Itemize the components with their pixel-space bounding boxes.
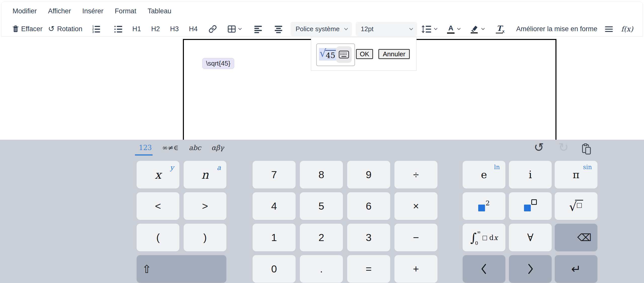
key-decimal[interactable]: . (300, 255, 343, 283)
key-backspace[interactable]: ⌫ (555, 224, 597, 251)
heading2-button[interactable]: H2 (151, 22, 160, 36)
svg-text:1: 1 (92, 25, 94, 28)
clear-formatting-button[interactable]: T x (496, 22, 505, 36)
key-squared[interactable]: 2 (463, 192, 505, 220)
paste-icon (582, 143, 591, 155)
menu-modifier[interactable]: Modifier (13, 7, 37, 15)
clear-formatting-icon: T (496, 25, 503, 34)
tab-letters[interactable]: abc (189, 144, 201, 156)
key-open-paren[interactable]: ( (137, 224, 179, 251)
key-pi-sin[interactable]: πsin (555, 161, 597, 188)
formula-math-field[interactable]: √ 45 (319, 48, 337, 61)
key-6[interactable]: 6 (347, 192, 390, 220)
key-i[interactable]: i (509, 161, 552, 188)
key-n-pow-a[interactable]: na (184, 161, 226, 188)
editor-toolbar: Modifier Afficher Insérer Format Tableau… (1, 2, 643, 36)
key-multiply[interactable]: × (394, 192, 437, 220)
heading2-label: H2 (151, 25, 160, 33)
math-keyboard-panel: 123∞≠∈abcαβγ ↺ ↻ xyna<>()⇧789÷456×123−0.… (0, 140, 644, 283)
align-center-icon (274, 25, 283, 33)
keyboard-icon (339, 51, 349, 59)
latex-formula-chip[interactable]: \sqrt{45} (202, 58, 234, 69)
key-sqrt[interactable]: √□ (555, 192, 597, 220)
tab-numeric[interactable]: 123 (139, 144, 152, 156)
menu-toggle-button[interactable] (605, 22, 613, 36)
tab-symbols[interactable]: ∞≠∈ (162, 144, 179, 156)
paste-button[interactable] (582, 143, 591, 155)
menu-afficher[interactable]: Afficher (48, 7, 71, 15)
trash-icon (13, 25, 19, 33)
key-enter[interactable]: ↵ (555, 255, 597, 283)
tab-greek[interactable]: αβγ (211, 144, 224, 156)
rotation-label: Rotation (57, 25, 83, 33)
chevron-down-icon (238, 28, 242, 30)
key-divide[interactable]: ÷ (394, 161, 437, 188)
svg-text:2: 2 (92, 28, 94, 31)
text-color-button[interactable]: A (447, 22, 461, 36)
key-0[interactable]: 0 (253, 255, 296, 283)
align-left-button[interactable] (254, 22, 262, 36)
undo-icon[interactable]: ↺ (534, 141, 544, 153)
chevron-down-icon (409, 28, 413, 30)
key-x-pow-y[interactable]: xy (137, 161, 179, 188)
key-forall[interactable]: ∀ (509, 224, 552, 251)
font-family-select[interactable]: Police système (291, 22, 352, 36)
heading3-button[interactable]: H3 (170, 22, 179, 36)
key-arrow-left[interactable] (463, 255, 505, 283)
heading4-button[interactable]: H4 (189, 22, 198, 36)
bullet-list-icon (114, 25, 122, 33)
formula-button[interactable]: f(x) (621, 22, 633, 36)
improve-formatting-button[interactable]: Améliorer la mise en forme (516, 22, 597, 36)
clear-button[interactable]: Effacer (13, 22, 43, 36)
key-5[interactable]: 5 (300, 192, 343, 220)
link-button[interactable] (209, 22, 217, 36)
chevron-down-icon (434, 28, 437, 30)
clear-label: Effacer (21, 25, 43, 33)
key-less-than[interactable]: < (137, 192, 179, 220)
key-nth-power[interactable] (509, 192, 552, 220)
key-close-paren[interactable]: ) (184, 224, 226, 251)
key-integral[interactable]: ∫∞0□dx (463, 224, 505, 251)
ok-button[interactable]: OK (356, 49, 373, 59)
heading3-label: H3 (170, 25, 179, 33)
ordered-list-button[interactable]: 1 2 3 (92, 22, 100, 36)
chevron-left-icon (480, 263, 488, 275)
key-greater-than[interactable]: > (184, 192, 226, 220)
formula-popup: √ 45 OK Annuler (311, 37, 417, 71)
rotation-icon: ↺ (48, 24, 55, 33)
bullet-list-button[interactable] (114, 22, 122, 36)
key-7[interactable]: 7 (253, 161, 296, 188)
virtual-keyboard-button[interactable] (336, 46, 352, 63)
key-plus[interactable]: + (394, 255, 437, 283)
rotation-button[interactable]: ↺ Rotation (48, 22, 83, 36)
key-minus[interactable]: − (394, 224, 437, 251)
line-height-button[interactable] (422, 22, 437, 36)
cancel-button[interactable]: Annuler (378, 49, 410, 59)
menu-format[interactable]: Format (115, 7, 136, 15)
key-arrow-right[interactable] (509, 255, 552, 283)
improve-formatting-label: Améliorer la mise en forme (516, 25, 597, 33)
menu-inserer[interactable]: Insérer (82, 7, 103, 15)
menu-tableau[interactable]: Tableau (148, 7, 172, 15)
font-size-select[interactable]: 12pt (356, 22, 417, 36)
line-height-icon (422, 25, 431, 33)
key-1[interactable]: 1 (253, 224, 296, 251)
key-9[interactable]: 9 (347, 161, 390, 188)
key-equals[interactable]: = (347, 255, 390, 283)
highlight-color-button[interactable] (470, 22, 485, 36)
redo-icon: ↻ (558, 141, 569, 153)
chevron-right-icon (526, 263, 535, 275)
key-2[interactable]: 2 (300, 224, 343, 251)
key-shift[interactable]: ⇧ (137, 255, 226, 283)
font-family-value: Police système (296, 25, 340, 33)
align-center-button[interactable] (274, 22, 283, 36)
key-4[interactable]: 4 (253, 192, 296, 220)
key-8[interactable]: 8 (300, 161, 343, 188)
heading1-button[interactable]: H1 (132, 22, 141, 36)
key-3[interactable]: 3 (347, 224, 390, 251)
table-button[interactable] (228, 22, 242, 36)
heading1-label: H1 (132, 25, 141, 33)
chevron-down-icon (481, 28, 485, 30)
chevron-down-icon (457, 28, 461, 30)
key-e-ln[interactable]: eln (463, 161, 505, 188)
